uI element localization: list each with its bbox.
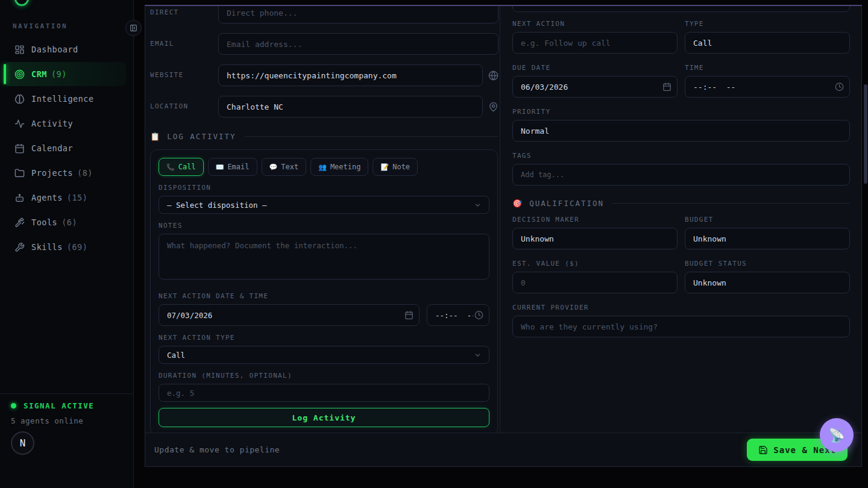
sidebar-divider	[0, 393, 133, 394]
direct-phone-input[interactable]	[218, 6, 498, 23]
sidebar-item-label: Tools	[31, 217, 57, 227]
calendar-icon	[14, 143, 25, 154]
tab-email[interactable]: ✉️ Email	[208, 158, 257, 176]
tab-call[interactable]: 📞 Call	[159, 158, 204, 176]
notes-label: NOTES	[159, 222, 489, 230]
sidebar-collapse-button[interactable]	[125, 20, 142, 36]
envelope-icon: ✉️	[216, 163, 224, 171]
sidebar-item-tools[interactable]: Tools (6)	[5, 210, 126, 234]
website-field[interactable]	[218, 64, 483, 86]
disposition-value: — Select disposition —	[167, 201, 267, 210]
update-move-pipeline-button[interactable]: Update & move to pipeline	[154, 445, 280, 454]
sidebar-item-agents[interactable]: Agents (15)	[5, 186, 126, 210]
section-rule	[245, 136, 498, 137]
next-action-datetime-label: NEXT ACTION DATE & TIME	[159, 293, 489, 300]
hammer-icon	[14, 217, 25, 228]
next-action-type-label: NEXT ACTION TYPE	[159, 334, 489, 342]
next-action-date-input[interactable]	[159, 304, 420, 326]
type-label: TYPE	[685, 20, 850, 28]
budget-status-label: BUDGET STATUS	[685, 260, 850, 267]
location-field[interactable]	[218, 96, 483, 117]
clock-icon[interactable]	[474, 311, 483, 320]
budget-select[interactable]: Unknown	[685, 228, 850, 249]
sidebar-item-label: Projects	[31, 168, 73, 178]
activity-icon	[14, 119, 25, 129]
page-scrollbar-thumb[interactable]	[864, 84, 867, 184]
app-logo	[14, 0, 29, 6]
clipboard-icon: 📋	[150, 132, 161, 141]
sidebar-item-label: Agents	[31, 193, 63, 202]
contact-column: DIRECT EMAIL WEBSITE LOCATION	[145, 6, 500, 433]
tab-label: Text	[281, 163, 298, 171]
time-input[interactable]	[685, 76, 850, 98]
sidebar-item-label: Calendar	[31, 143, 73, 153]
satellite-fab-button[interactable]: 📡	[820, 418, 854, 452]
save-icon	[758, 445, 768, 455]
qualification-section-title: QUALIFICATION	[529, 199, 604, 208]
sidebar-item-crm[interactable]: CRM (9)	[5, 62, 126, 86]
due-date-input[interactable]	[512, 76, 678, 98]
map-pin-icon[interactable]	[488, 102, 498, 112]
sidebar-item-label: Intelligence	[31, 94, 94, 104]
next-action-label: NEXT ACTION	[512, 20, 678, 28]
email-field[interactable]	[218, 33, 498, 55]
qualification-grid: DECISION MAKER Unknown BUDGET Unknown ES…	[512, 208, 850, 293]
log-activity-button[interactable]: Log Activity	[159, 408, 489, 427]
memo-icon: 📝	[380, 163, 389, 171]
location-label: LOCATION	[150, 103, 218, 110]
company-field-partial[interactable]	[512, 6, 850, 12]
priority-label: PRIORITY	[512, 108, 850, 116]
tab-text[interactable]: 💬 Text	[262, 158, 307, 176]
globe-icon[interactable]	[488, 70, 498, 81]
speech-bubble-icon: 💬	[269, 163, 278, 171]
notes-textarea[interactable]	[159, 234, 489, 280]
bot-icon	[14, 193, 25, 203]
decision-maker-value: Unknown	[521, 234, 554, 243]
signal-status-label: SIGNAL ACTIVE	[24, 401, 94, 410]
panel-collapse-icon	[130, 24, 137, 32]
sidebar-item-projects[interactable]: Projects (8)	[5, 161, 126, 185]
budget-status-select[interactable]: Unknown	[685, 272, 850, 293]
budget-status-value: Unknown	[693, 278, 726, 287]
sidebar-item-count: (15)	[67, 193, 88, 202]
decision-maker-label: DECISION MAKER	[512, 216, 678, 224]
wrench-icon	[14, 242, 25, 252]
sidebar-item-activity[interactable]: Activity	[5, 111, 126, 136]
folder-icon	[14, 168, 25, 178]
decision-maker-select[interactable]: Unknown	[512, 228, 678, 249]
email-row: EMAIL	[150, 33, 498, 55]
tab-meeting[interactable]: 👥 Meeting	[310, 158, 368, 176]
target-emoji-icon: 🎯	[512, 199, 523, 208]
budget-label: BUDGET	[685, 216, 850, 224]
priority-select[interactable]: Normal	[512, 120, 850, 142]
disposition-select[interactable]: — Select disposition —	[159, 196, 489, 214]
tags-input[interactable]	[512, 164, 850, 186]
calendar-icon[interactable]	[662, 83, 671, 92]
nav-heading: NAVIGATION	[13, 22, 133, 30]
tab-label: Call	[178, 163, 196, 171]
signal-status: SIGNAL ACTIVE	[11, 401, 94, 410]
tab-note[interactable]: 📝 Note	[373, 158, 418, 176]
current-provider-input[interactable]	[512, 316, 850, 337]
est-value-input[interactable]	[512, 272, 678, 293]
chevron-down-icon	[474, 351, 482, 359]
clock-icon[interactable]	[835, 83, 844, 92]
sidebar-item-intelligence[interactable]: Intelligence	[5, 87, 126, 111]
disposition-label: DISPOSITION	[159, 184, 489, 192]
section-rule	[612, 203, 850, 204]
next-action-input[interactable]	[512, 32, 678, 54]
tags-label: TAGS	[512, 152, 850, 160]
sidebar-item-dashboard[interactable]: Dashboard	[5, 37, 126, 61]
calendar-icon[interactable]	[404, 311, 414, 320]
activity-type-tabs: 📞 Call ✉️ Email 💬 Text 👥	[159, 158, 489, 176]
tab-label: Note	[392, 163, 410, 171]
people-icon: 👥	[318, 163, 327, 171]
type-select[interactable]: Call	[685, 32, 850, 54]
next-action-type-select[interactable]: Call	[159, 346, 489, 364]
duration-input[interactable]	[159, 384, 489, 402]
sidebar-item-calendar[interactable]: Calendar	[5, 136, 126, 160]
sidebar-item-skills[interactable]: Skills (69)	[5, 235, 126, 259]
user-avatar[interactable]: N	[11, 431, 34, 455]
target-icon	[14, 69, 25, 80]
next-action-type-value: Call	[167, 351, 185, 360]
